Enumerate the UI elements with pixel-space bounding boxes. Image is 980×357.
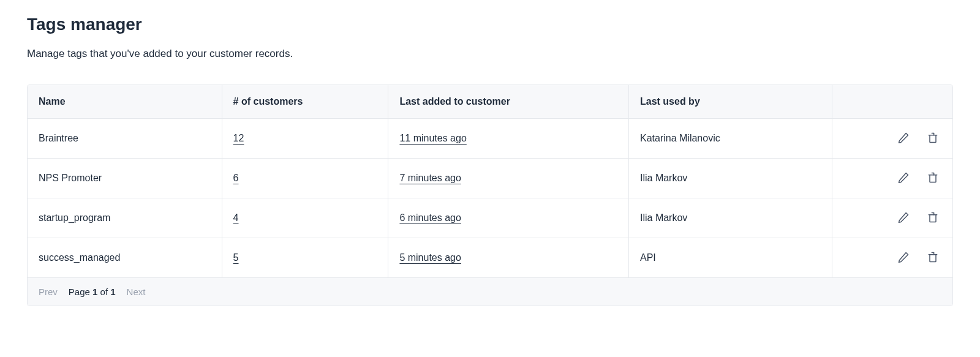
table-header-row: Name # of customers Last added to custom… <box>28 85 952 119</box>
page-status: Page 1 of 1 <box>69 287 116 297</box>
delete-button[interactable] <box>924 170 941 187</box>
header-actions <box>832 85 952 119</box>
prev-page-button[interactable]: Prev <box>39 287 58 297</box>
table-row: startup_program46 minutes agoIlia Markov <box>28 198 952 238</box>
pencil-icon <box>897 132 910 146</box>
trash-icon <box>927 211 939 225</box>
tag-name-cell: startup_program <box>28 198 222 238</box>
next-page-button[interactable]: Next <box>127 287 146 297</box>
last-added-link[interactable]: 11 minutes ago <box>399 133 466 143</box>
pagination-bar: Prev Page 1 of 1 Next <box>28 278 952 306</box>
page-description: Manage tags that you've added to your cu… <box>27 48 953 60</box>
tags-table: Name # of customers Last added to custom… <box>28 85 952 278</box>
actions-cell <box>832 238 952 278</box>
tag-name-cell: success_managed <box>28 238 222 278</box>
delete-button[interactable] <box>924 209 941 227</box>
used-by-cell: Katarina Milanovic <box>628 119 832 159</box>
delete-button[interactable] <box>924 130 941 147</box>
used-by-cell: Ilia Markov <box>628 198 832 238</box>
actions-cell <box>832 119 952 159</box>
header-count: # of customers <box>222 85 388 119</box>
trash-icon <box>927 171 939 186</box>
used-by-cell: Ilia Markov <box>628 159 832 198</box>
pencil-icon <box>897 171 910 186</box>
page-prefix: Page <box>69 287 92 297</box>
trash-icon <box>927 251 939 265</box>
pencil-icon <box>897 251 910 265</box>
customer-count-link[interactable]: 4 <box>233 212 239 223</box>
edit-button[interactable] <box>895 209 912 227</box>
last-added-cell: 11 minutes ago <box>388 119 629 159</box>
customer-count-link[interactable]: 6 <box>233 173 239 183</box>
table-row: success_managed55 minutes agoAPI <box>28 238 952 278</box>
customer-count-cell: 5 <box>222 238 388 278</box>
header-name: Name <box>28 85 222 119</box>
customer-count-cell: 6 <box>222 159 388 198</box>
last-added-link[interactable]: 7 minutes ago <box>399 173 461 183</box>
trash-icon <box>927 132 939 146</box>
actions-cell <box>832 198 952 238</box>
edit-button[interactable] <box>895 130 912 147</box>
actions-cell <box>832 159 952 198</box>
last-added-cell: 5 minutes ago <box>388 238 629 278</box>
pencil-icon <box>897 211 910 225</box>
page-total: 1 <box>110 287 115 297</box>
edit-button[interactable] <box>895 249 912 266</box>
tag-name-cell: NPS Promoter <box>28 159 222 198</box>
table-row: NPS Promoter67 minutes agoIlia Markov <box>28 159 952 198</box>
customer-count-cell: 4 <box>222 198 388 238</box>
last-added-cell: 7 minutes ago <box>388 159 629 198</box>
tag-name-cell: Braintree <box>28 119 222 159</box>
table-row: Braintree1211 minutes agoKatarina Milano… <box>28 119 952 159</box>
last-added-cell: 6 minutes ago <box>388 198 629 238</box>
tags-table-wrapper: Name # of customers Last added to custom… <box>27 85 953 306</box>
customer-count-cell: 12 <box>222 119 388 159</box>
delete-button[interactable] <box>924 249 941 266</box>
last-added-link[interactable]: 6 minutes ago <box>399 212 461 223</box>
edit-button[interactable] <box>895 170 912 187</box>
header-last-added: Last added to customer <box>388 85 629 119</box>
used-by-cell: API <box>628 238 832 278</box>
last-added-link[interactable]: 5 minutes ago <box>399 252 461 263</box>
header-used-by: Last used by <box>628 85 832 119</box>
page-of: of <box>97 287 110 297</box>
customer-count-link[interactable]: 5 <box>233 252 239 263</box>
customer-count-link[interactable]: 12 <box>233 133 244 143</box>
page-title: Tags manager <box>27 15 953 34</box>
